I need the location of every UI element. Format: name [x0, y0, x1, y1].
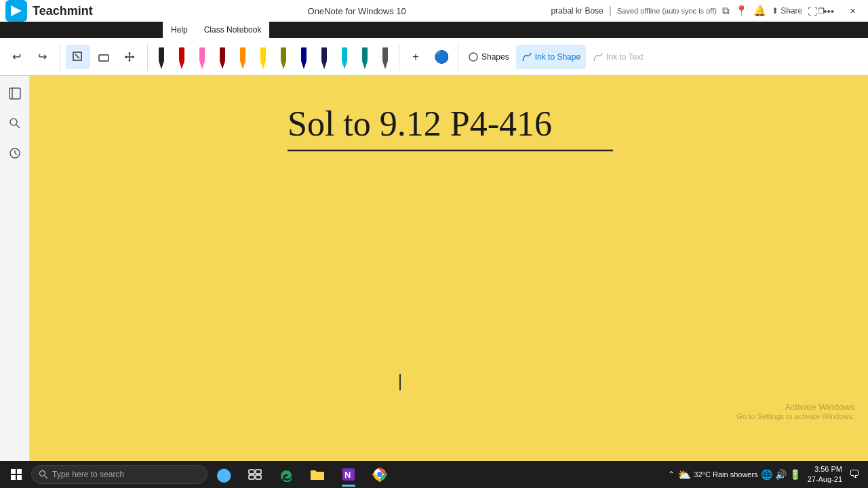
- weather-icon: ⛅: [677, 468, 691, 481]
- pen-darkred[interactable]: [213, 42, 232, 72]
- svg-rect-44: [17, 475, 22, 480]
- file-explorer-icon: [310, 468, 325, 481]
- ink-to-shape-button[interactable]: Ink to Shape: [516, 45, 586, 69]
- bell-icon[interactable]: 🔔: [753, 5, 766, 17]
- taskbar-search-icon: [39, 470, 48, 479]
- svg-line-2: [75, 54, 79, 58]
- sidebar-notebooks-icon[interactable]: [3, 81, 27, 106]
- color-picker-button[interactable]: 🔵: [429, 45, 454, 69]
- svg-rect-8: [159, 47, 164, 61]
- notebooks-icon: [8, 87, 22, 100]
- taskbar-chrome[interactable]: [365, 461, 395, 488]
- taskbar-right: ⌃ ⛅ 32°C Rain showers 🌐 🔊 🔋 3:56 PM 27-A…: [668, 464, 865, 485]
- svg-rect-30: [382, 47, 388, 61]
- pen-yellow[interactable]: [254, 42, 273, 72]
- volume-icon[interactable]: 🔊: [775, 469, 787, 480]
- edge-icon: [279, 467, 294, 482]
- start-button[interactable]: [3, 461, 30, 488]
- pin-icon[interactable]: 📍: [735, 5, 748, 17]
- pen-cyan[interactable]: [335, 42, 354, 72]
- toolbar: ↩ ↪: [0, 38, 868, 76]
- ink-to-text-icon: [593, 52, 604, 62]
- svg-rect-41: [11, 469, 16, 474]
- teachmint-logo-icon: [5, 0, 27, 22]
- svg-marker-19: [260, 61, 266, 69]
- svg-line-46: [45, 476, 47, 479]
- pen-teal[interactable]: [355, 42, 374, 72]
- svg-rect-42: [17, 469, 22, 474]
- canvas-area[interactable]: Sol to 9.12 P4-416 Activate Windows Go t…: [30, 76, 868, 461]
- pen-olive[interactable]: [274, 42, 293, 72]
- pen-navy-icon: [319, 46, 330, 70]
- svg-rect-3: [99, 55, 108, 61]
- svg-marker-5: [128, 60, 131, 62]
- sidebar-recent-icon[interactable]: [3, 141, 27, 165]
- svg-marker-7: [132, 56, 134, 58]
- taskbar-edge[interactable]: [271, 461, 301, 488]
- svg-text:N: N: [344, 470, 351, 480]
- svg-point-54: [377, 472, 382, 477]
- svg-line-39: [15, 153, 17, 155]
- ink-to-shape-icon: [521, 52, 532, 62]
- divider-2: [147, 43, 148, 70]
- svg-marker-9: [159, 61, 164, 69]
- pen-pink[interactable]: [193, 42, 212, 72]
- pen-pink-icon: [197, 46, 208, 70]
- battery-icon[interactable]: 🔋: [789, 469, 801, 480]
- svg-marker-21: [281, 61, 286, 69]
- pen-black[interactable]: [152, 42, 171, 72]
- taskbar-file-explorer[interactable]: [302, 461, 332, 488]
- selection-tools-group: [64, 45, 143, 69]
- pen-orange[interactable]: [233, 42, 252, 72]
- maximize-button[interactable]: ❐: [806, 0, 837, 22]
- activate-windows-watermark: Activate Windows Go to Settings to activ…: [736, 402, 854, 420]
- text-cursor: [399, 374, 401, 390]
- pen-darkgray[interactable]: [376, 42, 395, 72]
- eraser-button[interactable]: [92, 45, 116, 69]
- svg-marker-11: [179, 61, 184, 69]
- taskbar-cortana[interactable]: ⬤: [209, 461, 239, 488]
- menu-help[interactable]: Help: [163, 22, 196, 38]
- svg-rect-12: [199, 47, 205, 61]
- taskbar-task-view[interactable]: [240, 461, 270, 488]
- underline-decoration: [288, 146, 613, 155]
- undo-button[interactable]: ↩: [4, 45, 28, 69]
- multimonitor-icon[interactable]: ⧉: [722, 5, 730, 17]
- sidebar-search-icon[interactable]: [3, 111, 27, 136]
- select-tool-button[interactable]: [66, 45, 90, 69]
- menubar: Help Class Notebook: [163, 22, 269, 38]
- pen-red[interactable]: [172, 42, 191, 72]
- pen-yellow-icon: [258, 46, 269, 70]
- svg-marker-13: [199, 61, 205, 69]
- menu-class-notebook[interactable]: Class Notebook: [196, 22, 270, 38]
- taskbar-search[interactable]: Type here to search: [31, 465, 208, 484]
- divider-3: [399, 43, 399, 70]
- notification-icon[interactable]: 🗨: [849, 468, 860, 481]
- divider-4: [458, 43, 458, 70]
- minimize-button[interactable]: —: [774, 0, 806, 22]
- move-icon: [123, 51, 136, 63]
- pen-navy[interactable]: [315, 42, 334, 72]
- shapes-button[interactable]: Shapes: [462, 45, 515, 69]
- close-button[interactable]: ✕: [837, 0, 868, 22]
- svg-rect-48: [256, 470, 261, 474]
- pen-darkblue[interactable]: [294, 42, 313, 72]
- add-pen-button[interactable]: +: [403, 45, 428, 69]
- system-clock[interactable]: 3:56 PM 27-Aug-21: [804, 464, 846, 485]
- show-hidden-icons[interactable]: ⌃: [668, 470, 675, 479]
- pen-orange-icon: [237, 46, 248, 70]
- redo-button[interactable]: ↪: [30, 45, 54, 69]
- svg-rect-43: [11, 475, 16, 480]
- svg-marker-27: [342, 61, 347, 69]
- undo-redo-group: ↩ ↪: [3, 45, 56, 69]
- ink-to-text-button[interactable]: Ink to Text: [587, 45, 648, 69]
- svg-rect-22: [301, 47, 307, 61]
- svg-rect-33: [9, 88, 20, 99]
- network-icon[interactable]: 🌐: [761, 469, 772, 480]
- sync-status: Saved offline (auto sync is off): [617, 7, 717, 15]
- taskbar-onenote[interactable]: N: [334, 461, 363, 488]
- pen-black-icon: [156, 46, 167, 70]
- svg-point-35: [10, 119, 17, 125]
- move-tool-button[interactable]: [117, 45, 142, 69]
- svg-rect-24: [321, 47, 327, 61]
